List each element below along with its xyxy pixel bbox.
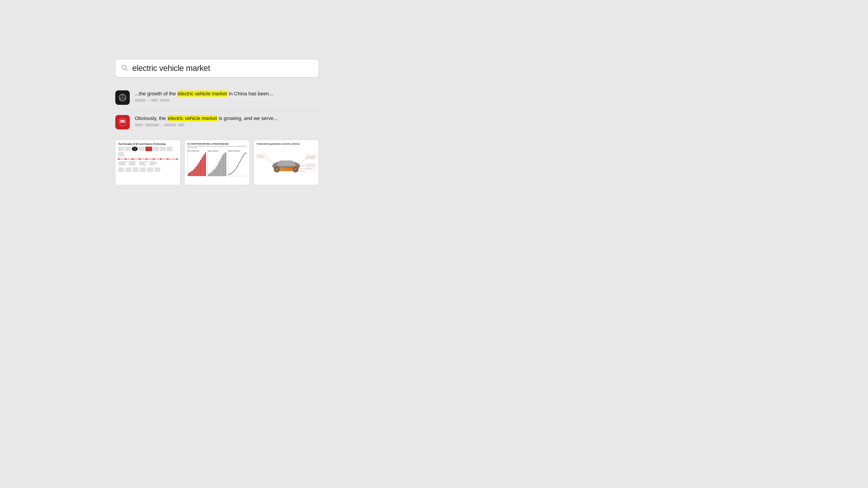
result-text-after-1: in China has been... bbox=[227, 91, 273, 96]
result-content-2: Obviously, the electric vehicle market i… bbox=[135, 115, 319, 127]
thumb2-chart-battery: Battery Demand* bbox=[208, 150, 226, 176]
thumb-title-3: TimkenSteel applications in electric veh… bbox=[256, 143, 316, 145]
svg-rect-21 bbox=[280, 168, 292, 171]
svg-text:Drive (Front Unit): Drive (Front Unit) bbox=[257, 156, 264, 157]
thumb2-bar-chart-sales bbox=[187, 152, 206, 176]
result-text-2: Obviously, the electric vehicle market i… bbox=[135, 115, 319, 122]
result-text-before-2: Obviously, the bbox=[135, 116, 167, 121]
thumb2-chart-sales-title: BEV & PHEV Sales bbox=[187, 150, 206, 152]
thumb1-icon-6 bbox=[166, 147, 173, 151]
result-item-2[interactable]: PHILLIPS 66 Obviously, the electric vehi… bbox=[115, 110, 319, 134]
thumbnail-card-1[interactable]: Two Decades of EV and Chassis Technology bbox=[115, 140, 180, 185]
svg-text:Motor/Transfer Drive: Motor/Transfer Drive bbox=[307, 156, 316, 157]
thumb2-bar-chart-battery bbox=[208, 152, 226, 176]
svg-text:(Rear Unit/RWD): (Rear Unit/RWD) bbox=[307, 157, 314, 158]
thumb2-line-chart-lithium bbox=[228, 152, 247, 176]
meta-pill-2-1 bbox=[135, 124, 143, 126]
svg-line-22 bbox=[266, 157, 277, 166]
results-container: ...the growth of the electric vehicle ma… bbox=[115, 86, 319, 134]
meta-pill-2-3 bbox=[164, 124, 176, 126]
thumb1-icon-mercedes bbox=[132, 147, 138, 151]
highlight-2: electric vehicle market bbox=[167, 115, 217, 121]
mercedes-logo bbox=[115, 90, 130, 105]
meta-dot-2 bbox=[161, 125, 162, 126]
result-text-after-2: is growing, and we serve... bbox=[217, 116, 278, 121]
thumb1-bottom-icons bbox=[118, 167, 178, 172]
thumb1-icon-4 bbox=[153, 147, 159, 151]
thumb1-timeline bbox=[119, 158, 177, 160]
svg-line-6 bbox=[123, 98, 126, 99]
thumb2-charts: BEV & PHEV Sales bbox=[187, 150, 247, 176]
thumb2-chart-sales: BEV & PHEV Sales bbox=[187, 150, 206, 176]
search-icon bbox=[121, 64, 128, 72]
thumb-title-2: EV ADOPTION DRIVING LITHIUM DEMAND bbox=[187, 143, 247, 145]
meta-dot-1 bbox=[148, 100, 149, 101]
result-text-before-1: ...the growth of the bbox=[135, 91, 177, 96]
svg-text:Driveline/Chassis: Driveline/Chassis bbox=[307, 164, 314, 165]
thumb3-car-svg: Motor/Transfer Drive (Front Unit) Motor/… bbox=[256, 147, 316, 179]
result-content-1: ...the growth of the electric vehicle ma… bbox=[135, 90, 319, 102]
search-input-text: electric vehicle market bbox=[132, 64, 210, 73]
result-meta-1 bbox=[135, 99, 319, 102]
svg-text:Components: Components bbox=[307, 168, 312, 169]
thumb-title-1: Two Decades of EV and Chassis Technology bbox=[118, 143, 178, 145]
result-text-1: ...the growth of the electric vehicle ma… bbox=[135, 90, 319, 97]
thumb1-icon-7 bbox=[118, 152, 124, 157]
phillips-logo: PHILLIPS 66 bbox=[115, 115, 130, 129]
thumb1-icon-3 bbox=[138, 147, 145, 151]
thumb2-chart-lithium: Lithium Production bbox=[228, 150, 247, 176]
highlight-1: electric vehicle market bbox=[177, 91, 227, 97]
thumb1-icon-red bbox=[145, 147, 152, 151]
meta-pill-1-2 bbox=[151, 99, 158, 102]
main-container: electric vehicle market ...the growth of… bbox=[115, 59, 319, 185]
search-bar-container: electric vehicle market bbox=[115, 59, 319, 77]
thumbnails-container: Two Decades of EV and Chassis Technology bbox=[115, 140, 319, 185]
svg-line-1 bbox=[126, 69, 127, 71]
meta-pill-2-4 bbox=[178, 124, 184, 126]
thumb1-icon-2 bbox=[125, 147, 131, 151]
svg-text:66: 66 bbox=[122, 122, 123, 123]
thumbnail-card-3[interactable]: TimkenSteel applications in electric veh… bbox=[254, 140, 319, 185]
svg-point-16 bbox=[276, 168, 278, 171]
meta-pill-2-2 bbox=[145, 124, 159, 126]
result-item-1[interactable]: ...the growth of the electric vehicle ma… bbox=[115, 86, 319, 110]
svg-text:Motor/Transfer: Motor/Transfer bbox=[257, 155, 263, 156]
meta-pill-1-3 bbox=[160, 99, 170, 102]
thumbnail-card-2[interactable]: EV ADOPTION DRIVING LITHIUM DEMAND Deman… bbox=[184, 140, 250, 185]
thumb2-chart-lithium-title: Lithium Production bbox=[228, 150, 247, 152]
svg-line-5 bbox=[120, 98, 123, 99]
thumb1-icon-5 bbox=[160, 147, 166, 151]
thumb2-chart-battery-title: Battery Demand* bbox=[208, 150, 226, 152]
thumb1-labels bbox=[118, 162, 178, 165]
thumb1-icon-1 bbox=[118, 147, 124, 151]
meta-pill-1-1 bbox=[135, 99, 146, 102]
thumb3-diagram: Motor/Transfer Drive (Front Unit) Motor/… bbox=[256, 147, 316, 179]
thumb-subtitle-2: Demand for lithium batteries for electri… bbox=[187, 145, 247, 149]
result-meta-2 bbox=[135, 124, 319, 126]
search-bar[interactable]: electric vehicle market bbox=[115, 59, 319, 77]
